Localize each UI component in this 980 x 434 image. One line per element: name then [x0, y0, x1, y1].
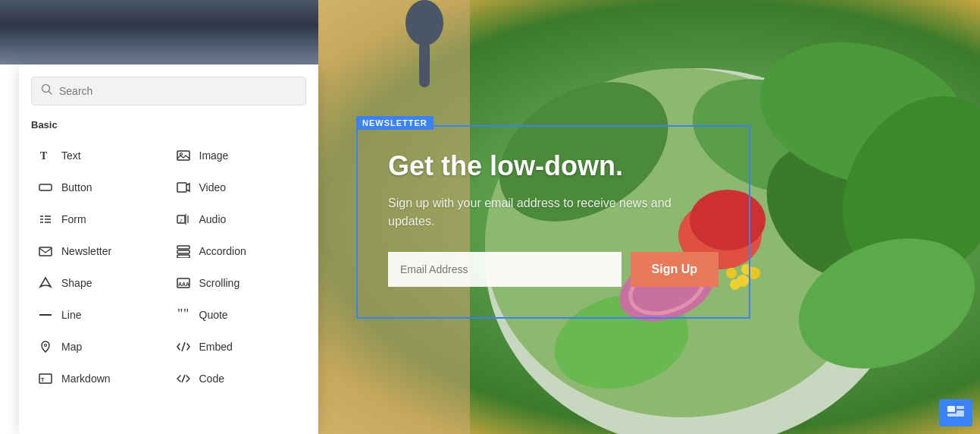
svg-text:": " [183, 308, 189, 322]
svg-point-26 [45, 344, 47, 347]
search-bar[interactable] [31, 77, 306, 105]
svg-rect-20 [177, 255, 189, 258]
svg-line-27 [182, 342, 185, 351]
svg-rect-52 [419, 42, 430, 87]
svg-text:": " [177, 308, 183, 322]
svg-rect-53 [947, 406, 955, 412]
sidebar-item-video[interactable]: Video [169, 171, 307, 203]
accordion-icon [175, 243, 192, 259]
sidebar-scroll[interactable]: Basic T Text [19, 64, 318, 434]
svg-rect-5 [39, 184, 52, 190]
sidebar-item-shape[interactable]: Shape [31, 267, 169, 299]
search-input[interactable] [59, 85, 296, 97]
image-icon [175, 147, 192, 164]
sidebar-item-map[interactable]: Map [31, 331, 169, 363]
sidebar-item-quote[interactable]: " " Quote [169, 299, 307, 331]
newsletter-subtitle: Sign up with your email address to recei… [388, 194, 719, 231]
newsletter-card: NEWSLETTER Get the low-down. Sign up wit… [356, 125, 750, 319]
sidebar-item-text-label: Text [61, 149, 81, 162]
layout-icon[interactable] [939, 399, 972, 426]
svg-rect-54 [957, 406, 964, 409]
button-icon [37, 179, 54, 196]
svg-text:♪: ♪ [179, 216, 183, 224]
svg-line-1 [49, 92, 52, 95]
sidebar-item-text[interactable]: T Text [31, 140, 169, 171]
sidebar-item-embed[interactable]: Embed [169, 331, 307, 363]
line-icon [37, 307, 54, 323]
sidebar-item-form[interactable]: Form [31, 203, 169, 235]
newsletter-icon [37, 243, 54, 259]
map-icon [37, 338, 54, 355]
svg-point-51 [405, 0, 443, 46]
signup-button[interactable]: Sign Up [631, 252, 719, 287]
video-icon [175, 179, 192, 196]
svg-point-4 [180, 153, 182, 156]
svg-rect-3 [177, 151, 189, 160]
svg-text:AAA: AAA [178, 281, 189, 287]
svg-rect-55 [957, 410, 964, 414]
sidebar-item-button-label: Button [61, 181, 92, 193]
sidebar-panel: Basic T Text [19, 64, 318, 434]
form-icon [37, 211, 54, 228]
svg-rect-6 [177, 183, 186, 192]
svg-rect-17 [39, 247, 52, 256]
sidebar-item-image[interactable]: Image [169, 140, 307, 171]
sidebar-item-newsletter[interactable]: Newsletter [31, 235, 169, 267]
sidebar-item-form-label: Form [61, 213, 86, 225]
svg-rect-56 [947, 414, 964, 417]
svg-line-30 [182, 375, 185, 382]
top-strip [0, 0, 318, 64]
sidebar-item-newsletter-label: Newsletter [61, 245, 111, 257]
sidebar-item-line-label: Line [61, 309, 81, 321]
sidebar-item-shape-label: Shape [61, 277, 92, 289]
main-content: NEWSLETTER Get the low-down. Sign up wit… [318, 0, 980, 434]
markdown-icon: T [37, 370, 54, 387]
sidebar-item-code-label: Code [199, 373, 224, 385]
quote-icon: " " [175, 307, 192, 323]
sidebar-item-accordion[interactable]: Accordion [169, 235, 307, 267]
code-icon [175, 370, 192, 387]
text-icon: T [37, 147, 54, 164]
newsletter-form: Sign Up [388, 252, 719, 287]
svg-text:T: T [41, 377, 45, 382]
items-grid: T Text Image [31, 140, 306, 395]
sidebar-item-audio[interactable]: ♪ Audio [169, 203, 307, 235]
sidebar-item-markdown-label: Markdown [61, 373, 111, 385]
search-icon [41, 83, 53, 99]
sidebar-item-accordion-label: Accordion [199, 245, 246, 257]
sidebar-item-scrolling-label: Scrolling [199, 277, 240, 289]
sidebar-item-embed-label: Embed [199, 341, 233, 353]
email-input[interactable] [388, 252, 622, 287]
sidebar-item-audio-label: Audio [199, 213, 227, 225]
svg-text:T: T [40, 150, 48, 162]
sidebar-item-markdown[interactable]: T Markdown [31, 363, 169, 395]
audio-icon: ♪ [175, 211, 192, 228]
sidebar-item-line[interactable]: Line [31, 299, 169, 331]
newsletter-badge: NEWSLETTER [356, 116, 434, 130]
sidebar-item-button[interactable]: Button [31, 171, 169, 203]
embed-icon [175, 338, 192, 355]
sidebar-item-video-label: Video [199, 181, 227, 193]
sidebar-item-image-label: Image [199, 149, 229, 162]
section-label-basic: Basic [31, 119, 306, 131]
sidebar-item-scrolling[interactable]: AAA Scrolling [169, 267, 307, 299]
sidebar-item-quote-label: Quote [199, 309, 228, 321]
newsletter-title: Get the low-down. [388, 149, 719, 182]
shape-icon [37, 275, 54, 291]
svg-rect-19 [177, 250, 189, 253]
sidebar-item-code[interactable]: Code [169, 363, 307, 395]
svg-rect-18 [177, 246, 189, 249]
sidebar-item-map-label: Map [61, 341, 82, 353]
scrolling-icon: AAA [175, 275, 192, 291]
